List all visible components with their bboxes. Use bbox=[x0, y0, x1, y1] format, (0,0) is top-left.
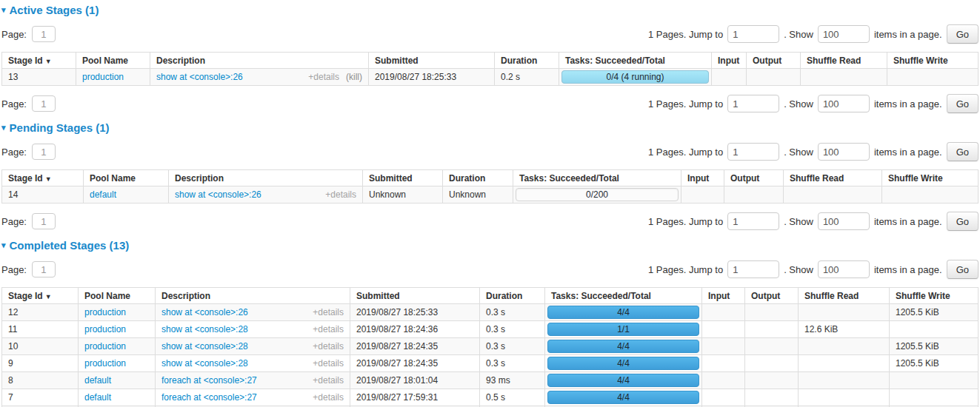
jump-to-page-input[interactable] bbox=[727, 260, 779, 278]
pool-name-link[interactable]: production bbox=[84, 307, 126, 317]
details-toggle[interactable]: +details bbox=[313, 307, 344, 317]
stage-id-cell: 11 bbox=[2, 321, 79, 338]
page-selector: Page: bbox=[1, 144, 56, 160]
tasks-cell: 0/200 bbox=[513, 186, 681, 204]
column-header-description[interactable]: Description bbox=[150, 53, 369, 69]
jump-to-page-input[interactable] bbox=[727, 95, 779, 112]
details-toggle[interactable]: +details bbox=[308, 72, 339, 82]
column-header-tasks[interactable]: Tasks: Succeeded/Total bbox=[513, 170, 681, 186]
details-toggle[interactable]: +details bbox=[313, 392, 344, 403]
column-header-shuffle-read[interactable]: Shuffle Read bbox=[784, 170, 882, 186]
description-link[interactable]: foreach at <console>:27 bbox=[161, 375, 306, 386]
column-header-output[interactable]: Output bbox=[747, 53, 801, 69]
column-header-input[interactable]: Input bbox=[702, 288, 745, 304]
items-per-page-input[interactable] bbox=[818, 95, 870, 112]
column-header-label: Stage Id bbox=[8, 56, 43, 66]
column-header-pool-name[interactable]: Pool Name bbox=[84, 170, 169, 186]
go-button[interactable]: Go bbox=[947, 212, 979, 231]
description-cell: show at <console>:26 +details bbox=[156, 304, 350, 321]
details-toggle[interactable]: +details bbox=[325, 189, 356, 200]
column-header-label: Pool Name bbox=[90, 173, 136, 184]
column-header-pool-name[interactable]: Pool Name bbox=[76, 53, 150, 69]
column-header-tasks[interactable]: Tasks: Succeeded/Total bbox=[545, 288, 702, 304]
description-link[interactable]: show at <console>:28 bbox=[161, 324, 306, 334]
go-button[interactable]: Go bbox=[947, 24, 979, 44]
column-header-input[interactable]: Input bbox=[681, 170, 724, 186]
column-header-submitted[interactable]: Submitted bbox=[350, 288, 480, 304]
column-header-shuffle-write[interactable]: Shuffle Write bbox=[890, 288, 979, 304]
pool-name-link[interactable]: production bbox=[84, 358, 126, 369]
column-header-duration[interactable]: Duration bbox=[495, 53, 559, 69]
column-header-submitted[interactable]: Submitted bbox=[363, 170, 443, 186]
show-label: . Show bbox=[784, 29, 813, 40]
column-header-stage-id[interactable]: Stage Id▼ bbox=[2, 53, 76, 69]
items-per-page-input[interactable] bbox=[818, 25, 870, 43]
page-number-input[interactable] bbox=[32, 261, 56, 278]
pool-name-link[interactable]: production bbox=[82, 72, 124, 82]
section-title[interactable]: ▾ Pending Stages (1) bbox=[1, 121, 979, 134]
description-link[interactable]: show at <console>:28 bbox=[161, 358, 306, 369]
sort-arrow-icon: ▼ bbox=[45, 293, 52, 300]
column-header-submitted[interactable]: Submitted bbox=[369, 53, 495, 69]
items-per-page-input[interactable] bbox=[818, 260, 870, 278]
pool-name-link[interactable]: default bbox=[90, 189, 116, 200]
collapse-arrow-icon[interactable]: ▾ bbox=[1, 6, 6, 14]
pages-info-text: 1 Pages. Jump to bbox=[648, 216, 723, 227]
kill-link[interactable]: (kill) bbox=[346, 72, 362, 82]
tasks-progress-bar: 4/4 bbox=[547, 374, 699, 387]
column-header-output[interactable]: Output bbox=[745, 288, 799, 304]
column-header-shuffle-write[interactable]: Shuffle Write bbox=[887, 53, 979, 69]
page-selector: Page: bbox=[1, 261, 56, 278]
page-number-input[interactable] bbox=[32, 26, 56, 42]
section-title-label: Pending Stages (1) bbox=[10, 121, 110, 134]
column-header-shuffle-read[interactable]: Shuffle Read bbox=[799, 288, 890, 304]
column-header-input[interactable]: Input bbox=[712, 53, 747, 69]
pagination-controls: 1 Pages. Jump to . Show items in a page.… bbox=[648, 260, 979, 279]
column-header-stage-id[interactable]: Stage Id▼ bbox=[2, 170, 84, 186]
column-header-duration[interactable]: Duration bbox=[443, 170, 513, 186]
column-header-description[interactable]: Description bbox=[169, 170, 363, 186]
collapse-arrow-icon[interactable]: ▾ bbox=[1, 124, 6, 132]
pool-name-link[interactable]: default bbox=[84, 375, 111, 386]
pages-info-text: 1 Pages. Jump to bbox=[648, 147, 723, 158]
column-header-output[interactable]: Output bbox=[724, 170, 784, 186]
items-per-page-input[interactable] bbox=[818, 212, 870, 230]
section-title[interactable]: ▾ Completed Stages (13) bbox=[1, 239, 979, 252]
column-header-tasks[interactable]: Tasks: Succeeded/Total bbox=[559, 53, 712, 69]
progress-label: 4/4 bbox=[548, 374, 699, 386]
column-header-shuffle-read[interactable]: Shuffle Read bbox=[801, 53, 887, 69]
column-header-duration[interactable]: Duration bbox=[480, 288, 545, 304]
details-toggle[interactable]: +details bbox=[313, 358, 344, 369]
page-number-input[interactable] bbox=[32, 95, 56, 112]
submitted-cell: 2019/08/27 18:25:33 bbox=[369, 69, 495, 86]
shuffle-read-cell bbox=[799, 304, 890, 321]
pool-name-link[interactable]: production bbox=[84, 341, 126, 352]
column-header-stage-id[interactable]: Stage Id▼ bbox=[2, 288, 79, 304]
column-header-shuffle-write[interactable]: Shuffle Write bbox=[882, 170, 979, 186]
column-header-description[interactable]: Description bbox=[156, 288, 350, 304]
details-toggle[interactable]: +details bbox=[313, 341, 344, 352]
description-link[interactable]: show at <console>:26 bbox=[161, 307, 306, 317]
description-link[interactable]: foreach at <console>:27 bbox=[161, 392, 306, 403]
jump-to-page-input[interactable] bbox=[727, 212, 779, 230]
page-number-input[interactable] bbox=[32, 213, 56, 229]
description-link[interactable]: show at <console>:28 bbox=[161, 341, 306, 352]
description-link[interactable]: show at <console>:26 bbox=[175, 189, 319, 200]
details-toggle[interactable]: +details bbox=[313, 324, 344, 334]
go-button[interactable]: Go bbox=[947, 260, 979, 279]
submitted-cell: Unknown bbox=[363, 186, 443, 204]
jump-to-page-input[interactable] bbox=[727, 143, 779, 161]
details-toggle[interactable]: +details bbox=[313, 375, 344, 386]
description-link[interactable]: show at <console>:26 bbox=[156, 72, 301, 82]
collapse-arrow-icon[interactable]: ▾ bbox=[1, 241, 6, 249]
pool-name-link[interactable]: default bbox=[84, 392, 111, 403]
output-cell bbox=[745, 389, 799, 406]
go-button[interactable]: Go bbox=[947, 142, 979, 161]
section-title[interactable]: ▾ Active Stages (1) bbox=[1, 4, 979, 16]
jump-to-page-input[interactable] bbox=[727, 25, 779, 43]
items-per-page-input[interactable] bbox=[818, 143, 870, 161]
page-number-input[interactable] bbox=[32, 144, 56, 160]
column-header-pool-name[interactable]: Pool Name bbox=[79, 288, 156, 304]
pool-name-link[interactable]: production bbox=[84, 324, 126, 334]
go-button[interactable]: Go bbox=[947, 94, 979, 113]
